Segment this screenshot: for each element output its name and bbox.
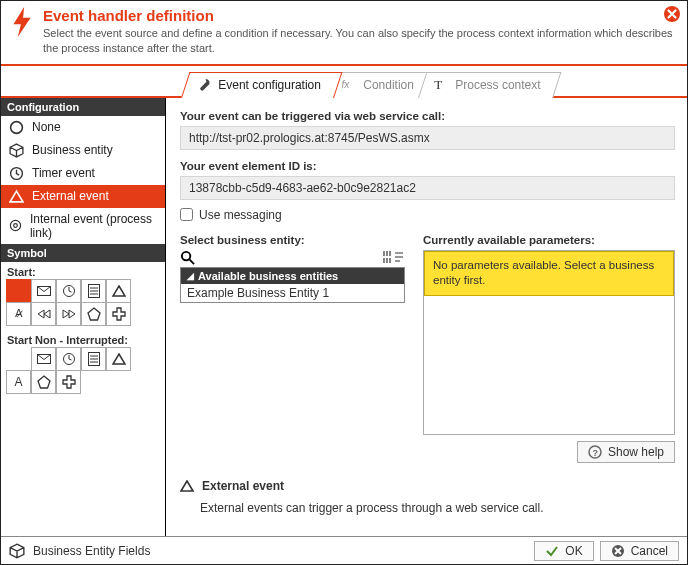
start-symbol-grid: A̷ [1, 280, 165, 330]
config-timer-event[interactable]: Timer event [1, 162, 165, 185]
svg-text:T: T [435, 77, 443, 92]
symbol-ni-pentagon[interactable] [31, 370, 56, 394]
cancel-icon [611, 544, 625, 558]
cube-icon [9, 143, 24, 158]
show-help-button[interactable]: ? Show help [577, 441, 675, 463]
symbol-ni-page[interactable] [81, 347, 106, 371]
svg-point-4 [11, 121, 23, 133]
symbol-double-a[interactable]: A̷ [6, 302, 31, 326]
ws-label: Your event can be triggered via web serv… [180, 110, 675, 122]
select-entity-label: Select business entity: [180, 234, 405, 246]
symbol-start-red[interactable] [6, 279, 31, 303]
circle-icon [9, 120, 24, 135]
tab-event-configuration[interactable]: Event configuration [181, 72, 342, 98]
symbol-rewind[interactable] [31, 302, 56, 326]
clock-icon [9, 166, 24, 181]
fx-icon: fx [341, 77, 356, 92]
link-icon [9, 218, 22, 233]
triangle-icon [180, 480, 194, 492]
svg-line-15 [189, 259, 194, 264]
config-business-entity[interactable]: Business entity [1, 139, 165, 162]
ws-url-field[interactable] [180, 126, 675, 150]
collapse-icon: ◢ [187, 271, 194, 281]
svg-text:?: ? [592, 447, 598, 457]
params-box: No parameters available. Select a busine… [423, 250, 675, 435]
symbol-ni-a[interactable]: A [6, 370, 31, 394]
svg-point-7 [14, 224, 18, 228]
svg-point-6 [10, 221, 20, 231]
eid-field[interactable] [180, 176, 675, 200]
config-none[interactable]: None [1, 116, 165, 139]
svg-text:fx: fx [341, 79, 350, 90]
barcode-icon[interactable] [383, 250, 405, 264]
configuration-header: Configuration [1, 98, 165, 116]
symbol-plus[interactable] [106, 302, 131, 326]
symbol-pentagon[interactable] [81, 302, 106, 326]
start-noninterrupt-label: Start Non - Interrupted: [1, 330, 165, 348]
dialog-subtitle: Select the event source and define a con… [43, 26, 677, 56]
dialog-title: Event handler definition [43, 7, 677, 24]
triangle-icon [9, 189, 24, 204]
symbol-fastforward[interactable] [56, 302, 81, 326]
entity-list-header[interactable]: ◢ Available business entities [181, 268, 404, 284]
symbol-ni-plus[interactable] [56, 370, 81, 394]
svg-point-14 [182, 252, 190, 260]
eid-label: Your event element ID is: [180, 160, 675, 172]
config-external-event[interactable]: External event [1, 185, 165, 208]
tab-process-context[interactable]: T Process context [418, 72, 562, 98]
check-icon [545, 544, 559, 558]
ok-button[interactable]: OK [534, 541, 593, 561]
text-icon: T [434, 77, 449, 92]
cancel-button[interactable]: Cancel [600, 541, 679, 561]
entity-row[interactable]: Example Business Entity 1 [181, 284, 404, 302]
bolt-icon [9, 7, 35, 56]
symbol-clock[interactable] [56, 279, 81, 303]
symbol-header: Symbol [1, 244, 165, 262]
external-event-description: External events can trigger a process th… [180, 493, 675, 519]
search-icon[interactable] [180, 250, 195, 265]
entity-list: ◢ Available business entities Example Bu… [180, 267, 405, 303]
symbol-page[interactable] [81, 279, 106, 303]
symbol-envelope[interactable] [31, 279, 56, 303]
cube-icon [9, 543, 25, 559]
use-messaging-checkbox[interactable] [180, 208, 193, 221]
symbol-ni-clock[interactable] [56, 347, 81, 371]
close-icon[interactable] [663, 5, 681, 23]
symbol-ni-envelope[interactable] [31, 347, 56, 371]
start-label: Start: [1, 262, 165, 280]
footer-left-label[interactable]: Business Entity Fields [33, 544, 150, 558]
use-messaging-label: Use messaging [199, 208, 282, 222]
params-label: Currently available parameters: [423, 234, 675, 246]
symbol-ni-triangle[interactable] [106, 347, 131, 371]
help-icon: ? [588, 445, 602, 459]
noninterrupt-symbol-grid: A [1, 348, 165, 398]
external-event-title: External event [202, 479, 284, 493]
params-empty-message: No parameters available. Select a busine… [424, 251, 674, 296]
config-internal-event[interactable]: Internal event (process link) [1, 208, 165, 244]
symbol-triangle[interactable] [106, 279, 131, 303]
svg-marker-0 [13, 7, 30, 37]
wrench-icon [196, 77, 211, 92]
